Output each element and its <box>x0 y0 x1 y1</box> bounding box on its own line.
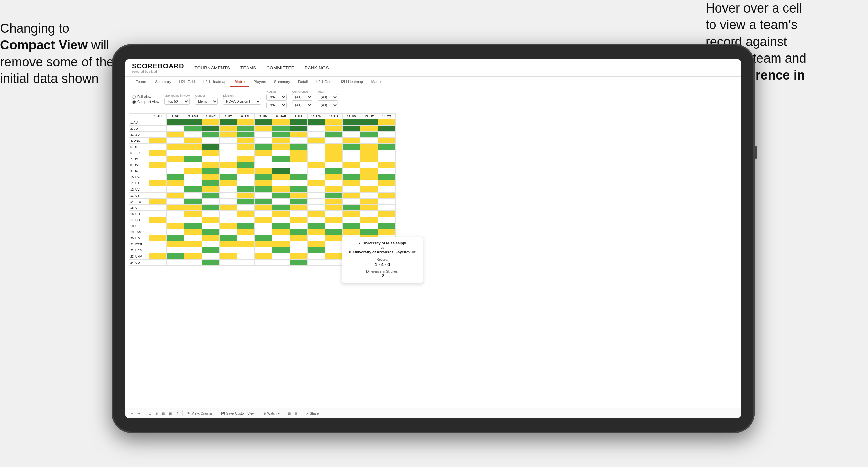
matrix-cell[interactable] <box>184 223 202 229</box>
matrix-cell[interactable] <box>272 150 290 156</box>
matrix-cell[interactable] <box>308 144 325 150</box>
matrix-cell[interactable] <box>255 205 272 211</box>
toolbar-icon5[interactable]: ↺ <box>176 412 178 415</box>
share-btn[interactable]: ↗ Share <box>306 412 319 415</box>
matrix-cell[interactable] <box>308 132 325 138</box>
matrix-cell[interactable] <box>202 180 220 186</box>
toolbar-icon4[interactable]: ⊞ <box>169 412 172 415</box>
matrix-cell[interactable] <box>308 138 325 144</box>
matrix-cell[interactable] <box>220 180 237 186</box>
matrix-cell[interactable] <box>255 156 272 162</box>
matrix-cell[interactable] <box>237 150 255 156</box>
matrix-cell[interactable] <box>149 126 167 132</box>
matrix-cell[interactable] <box>272 199 290 205</box>
matrix-cell[interactable] <box>149 119 167 126</box>
matrix-cell[interactable] <box>184 180 202 186</box>
matrix-cell[interactable] <box>202 260 220 266</box>
matrix-cell[interactable] <box>149 260 167 266</box>
matrix-cell[interactable] <box>308 174 325 180</box>
matrix-cell[interactable] <box>184 126 202 132</box>
matrix-cell[interactable] <box>308 119 325 126</box>
matrix-cell[interactable] <box>272 217 290 223</box>
matrix-cell[interactable] <box>290 235 308 241</box>
matrix-cell[interactable] <box>149 199 167 205</box>
matrix-cell[interactable] <box>184 253 202 260</box>
matrix-cell[interactable] <box>220 217 237 223</box>
matrix-cell[interactable] <box>378 205 396 211</box>
sub-nav-h2h-grid-1[interactable]: H2H Grid <box>175 77 199 87</box>
matrix-cell[interactable] <box>325 260 343 266</box>
matrix-cell[interactable] <box>237 138 255 144</box>
matrix-cell[interactable] <box>378 156 396 162</box>
matrix-cell[interactable] <box>255 174 272 180</box>
matrix-cell[interactable] <box>237 199 255 205</box>
matrix-cell[interactable] <box>325 138 343 144</box>
matrix-cell[interactable] <box>255 217 272 223</box>
matrix-cell[interactable] <box>220 174 237 180</box>
matrix-cell[interactable] <box>325 186 343 193</box>
matrix-cell[interactable] <box>220 126 237 132</box>
matrix-cell[interactable] <box>167 199 184 205</box>
view-original-btn[interactable]: 👁 View: Original <box>187 412 213 415</box>
matrix-cell[interactable] <box>308 156 325 162</box>
matrix-cell[interactable] <box>237 235 255 241</box>
matrix-cell[interactable] <box>272 138 290 144</box>
matrix-cell[interactable] <box>184 168 202 174</box>
matrix-cell[interactable] <box>149 211 167 217</box>
toolbar-icon2[interactable]: ⊛ <box>155 412 158 415</box>
matrix-cell[interactable] <box>149 235 167 241</box>
matrix-cell[interactable] <box>308 205 325 211</box>
matrix-cell[interactable] <box>360 186 378 193</box>
matrix-cell[interactable] <box>237 241 255 247</box>
matrix-cell[interactable] <box>220 247 237 253</box>
matrix-cell[interactable] <box>308 253 325 260</box>
matrix-cell[interactable] <box>343 119 360 126</box>
watch-btn[interactable]: ⊕ Watch ▾ <box>263 412 280 415</box>
matrix-cell[interactable] <box>378 180 396 186</box>
matrix-cell[interactable] <box>360 193 378 199</box>
matrix-cell[interactable] <box>202 247 220 253</box>
matrix-cell[interactable] <box>325 223 343 229</box>
matrix-cell[interactable] <box>184 156 202 162</box>
matrix-cell[interactable] <box>272 223 290 229</box>
matrix-cell[interactable] <box>220 253 237 260</box>
matrix-cell[interactable] <box>308 217 325 223</box>
matrix-cell[interactable] <box>202 132 220 138</box>
matrix-cell[interactable] <box>202 126 220 132</box>
matrix-cell[interactable] <box>184 132 202 138</box>
team-select-2[interactable]: (All) <box>318 102 338 108</box>
matrix-cell[interactable] <box>237 119 255 126</box>
matrix-cell[interactable] <box>272 229 290 235</box>
matrix-cell[interactable] <box>184 119 202 126</box>
matrix-cell[interactable] <box>290 156 308 162</box>
matrix-cell[interactable] <box>202 205 220 211</box>
matrix-cell[interactable] <box>325 235 343 241</box>
nav-teams[interactable]: TEAMS <box>240 64 256 72</box>
matrix-cell[interactable] <box>255 193 272 199</box>
matrix-cell[interactable] <box>325 199 343 205</box>
matrix-cell[interactable] <box>184 235 202 241</box>
matrix-cell[interactable] <box>272 186 290 193</box>
matrix-cell[interactable] <box>378 168 396 174</box>
matrix-cell[interactable] <box>237 211 255 217</box>
matrix-cell[interactable] <box>149 144 167 150</box>
matrix-cell[interactable] <box>184 199 202 205</box>
gender-select[interactable]: Men's <box>195 98 218 105</box>
matrix-cell[interactable] <box>237 180 255 186</box>
matrix-cell[interactable] <box>343 180 360 186</box>
matrix-cell[interactable] <box>202 138 220 144</box>
redo-btn[interactable]: ↪ <box>137 412 140 415</box>
matrix-cell[interactable] <box>378 119 396 126</box>
matrix-cell[interactable] <box>325 168 343 174</box>
matrix-cell[interactable] <box>149 138 167 144</box>
matrix-cell[interactable] <box>149 217 167 223</box>
matrix-cell[interactable] <box>237 217 255 223</box>
matrix-cell[interactable] <box>325 156 343 162</box>
sub-nav-matrix-1[interactable]: Matrix <box>230 77 249 87</box>
matrix-cell[interactable] <box>290 138 308 144</box>
matrix-cell[interactable] <box>308 235 325 241</box>
matrix-cell[interactable] <box>149 156 167 162</box>
matrix-cell[interactable] <box>237 193 255 199</box>
matrix-cell[interactable] <box>202 241 220 247</box>
matrix-cell[interactable] <box>149 186 167 193</box>
